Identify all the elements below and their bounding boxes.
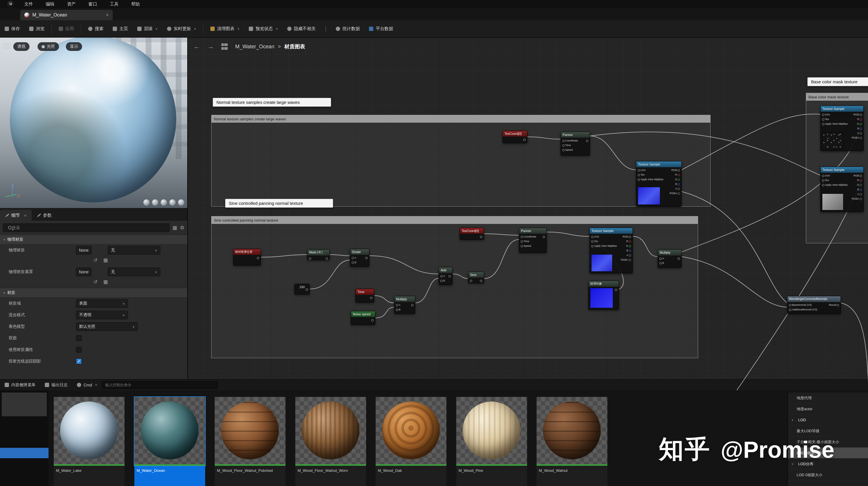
pin-rgb[interactable]: RGB: [621, 234, 632, 239]
pin-a[interactable]: A: [851, 131, 863, 135]
perspective-button[interactable]: 透视: [13, 42, 29, 51]
pin-a[interactable]: A: [351, 255, 356, 260]
pin-r[interactable]: R: [851, 178, 863, 182]
pin-time[interactable]: Time: [561, 143, 578, 147]
tab-parameters[interactable]: 参数: [32, 210, 57, 221]
platform-data-button[interactable]: 平台数据: [364, 20, 398, 38]
show-button[interactable]: 显示: [66, 42, 82, 51]
output-pin[interactable]: [677, 256, 681, 261]
shape-cube-button[interactable]: [169, 199, 176, 206]
menu-asset[interactable]: 资产: [61, 0, 82, 8]
material-preview-viewport[interactable]: 透视 光照 显示 Z X: [0, 38, 188, 208]
pin-rgb[interactable]: RGB: [851, 173, 863, 178]
browse-asset-icon[interactable]: ▦: [103, 279, 108, 285]
node-sine[interactable]: Sine: [468, 271, 484, 283]
section-material[interactable]: ▾ 材质: [0, 288, 187, 298]
use-material-attributes-checkbox[interactable]: [76, 347, 82, 353]
pin-base-normal[interactable]: BaseNormal (V3): [788, 303, 817, 307]
menu-edit[interactable]: 编辑: [39, 0, 61, 8]
close-icon[interactable]: ×: [24, 213, 27, 218]
node-noise-speed-param[interactable]: Noise speed: [351, 311, 375, 325]
node-panner-2[interactable]: Panner Coordinate Time Speed: [519, 228, 547, 253]
pin-tex[interactable]: Tex: [590, 239, 617, 244]
pin-rgba[interactable]: RGBA: [851, 135, 863, 140]
node-texture-sample-2[interactable]: Texture Sample UVs Tex Apply View MipBia…: [589, 228, 633, 274]
pin-speed[interactable]: Speed: [561, 147, 578, 152]
output-pin[interactable]: [256, 255, 260, 260]
pin-time[interactable]: Time: [520, 239, 536, 244]
clean-graph-button[interactable]: 清理图表∨: [206, 20, 244, 38]
pin-tex[interactable]: Tex: [821, 117, 848, 121]
pin-result[interactable]: Result: [829, 303, 840, 307]
pin-g[interactable]: G: [621, 244, 632, 248]
pin-rgba[interactable]: RGBA: [621, 257, 632, 262]
hierarchy-button[interactable]: 层级∨: [133, 20, 162, 38]
output-pin[interactable]: [523, 137, 526, 142]
shape-mesh-button[interactable]: [178, 199, 184, 206]
node-multiply-2[interactable]: Multiply A B: [658, 249, 682, 268]
menu-window[interactable]: 窗口: [82, 0, 103, 8]
pin-tex[interactable]: Tex: [821, 178, 848, 182]
pin-coordinate[interactable]: Coordinate: [561, 138, 578, 143]
output-pin[interactable]: [371, 318, 374, 322]
row-landscape-actor[interactable]: 地形actor: [788, 404, 868, 414]
input-pin[interactable]: [308, 256, 312, 261]
pin-r[interactable]: R: [851, 117, 863, 121]
close-icon[interactable]: ×: [106, 12, 108, 18]
output-pin[interactable]: [614, 287, 618, 292]
pin-a[interactable]: A: [395, 303, 401, 307]
shading-model-dropdown[interactable]: 默认光照 ∨: [76, 322, 138, 331]
menu-help[interactable]: 帮助: [125, 0, 146, 8]
node-constant-150[interactable]: 150: [294, 284, 310, 294]
search-button[interactable]: 搜索: [84, 20, 108, 38]
asset-tile-m-wood-floor-walnut-worn[interactable]: M_Wood_Floor_Walnut_Worn: [295, 397, 366, 486]
pin-additional-normal[interactable]: AdditionalNormal (V3): [788, 307, 817, 312]
viewport-menu-icon[interactable]: [3, 44, 10, 49]
shape-sphere-button[interactable]: [152, 199, 158, 206]
pin-r[interactable]: R: [621, 239, 632, 244]
physical-material-mask-none[interactable]: None: [76, 267, 92, 276]
output-pin[interactable]: [479, 234, 483, 239]
shape-cylinder-button[interactable]: [143, 199, 150, 206]
pin-apply-view-mipbias[interactable]: Apply View MipBias: [821, 121, 848, 126]
node-absolute-world-position[interactable]: 绝对世界位置: [233, 249, 261, 265]
material-graph-canvas[interactable]: ← → M_Water_Ocean > 材质图表 Normal texture …: [188, 38, 868, 390]
node-texture-sample-1[interactable]: Texture Sample UVs Tex Apply View MipBia…: [636, 161, 682, 206]
pin-uvs[interactable]: UVs: [821, 112, 848, 117]
pin-b[interactable]: B: [658, 261, 664, 265]
node-texcoord-1[interactable]: TexCoord[0]: [502, 131, 527, 143]
details-search-input[interactable]: [3, 223, 169, 232]
input-pin[interactable]: [469, 278, 473, 283]
overflow-menu-icon[interactable]: ⋮: [320, 26, 331, 32]
grid-view-icon[interactable]: ▦: [173, 225, 177, 231]
content-browser-sidebar[interactable]: [0, 390, 49, 486]
pin-speed[interactable]: Speed: [520, 244, 536, 248]
asset-tile-m-wood-oak[interactable]: M_Wood_Oak: [376, 397, 446, 486]
home-button[interactable]: 主页: [108, 20, 133, 38]
save-button[interactable]: 保存: [0, 20, 25, 38]
selected-folder-row[interactable]: [0, 448, 49, 458]
row-lod-section[interactable]: ∨LOD: [788, 414, 868, 426]
pin-b[interactable]: B: [621, 248, 632, 253]
material-domain-dropdown[interactable]: 表面 ∨: [76, 299, 128, 308]
pin-b[interactable]: B: [351, 260, 356, 265]
apply-button[interactable]: 应用: [54, 20, 79, 38]
pin-g[interactable]: G: [851, 182, 863, 187]
pin-b[interactable]: B: [439, 278, 445, 283]
browse-asset-icon[interactable]: ▦: [103, 257, 108, 263]
pin-apply-view-mipbias[interactable]: Apply View MipBias: [637, 177, 663, 182]
pin-b[interactable]: B: [670, 182, 681, 186]
physical-material-mask-dropdown[interactable]: 无 ∨: [108, 267, 160, 276]
use-selected-icon[interactable]: ↺: [93, 257, 97, 263]
blend-mode-dropdown[interactable]: 不透明 ∨: [76, 311, 128, 319]
pin-b[interactable]: B: [851, 187, 863, 192]
shape-plane-button[interactable]: [161, 199, 167, 206]
output-log-button[interactable]: 输出日志: [40, 379, 72, 391]
stats-button[interactable]: 统计数据: [331, 20, 364, 38]
output-pin[interactable]: [325, 256, 329, 261]
folder-tile[interactable]: [2, 393, 47, 416]
row-landscape-proxy[interactable]: 地形代理: [788, 393, 868, 404]
node-divide[interactable]: Divide A B: [350, 249, 369, 267]
row-lod0-screen-size[interactable]: LOD 0画面大小: [788, 469, 868, 481]
pin-a[interactable]: A: [439, 274, 445, 278]
